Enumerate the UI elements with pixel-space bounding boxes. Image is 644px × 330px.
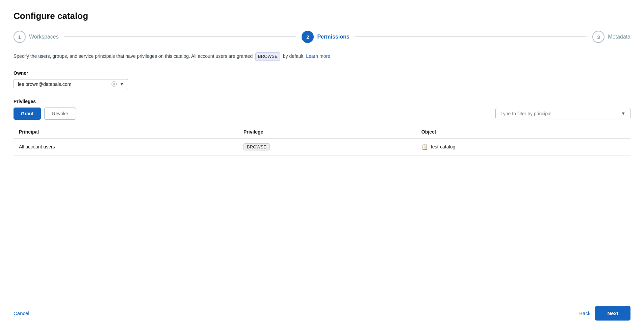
privilege-badge: BROWSE xyxy=(243,143,270,150)
privileges-toolbar: Grant Revoke ▼ xyxy=(14,108,630,120)
step-line-1 xyxy=(64,37,297,37)
cancel-button[interactable]: Cancel xyxy=(14,309,29,317)
owner-select[interactable]: lee.brown@datapals.com ⓧ ▼ xyxy=(14,79,128,89)
col-privilege: Privilege xyxy=(238,126,416,138)
revoke-button[interactable]: Revoke xyxy=(44,108,76,120)
toolbar-left: Grant Revoke xyxy=(14,108,76,120)
step-1-label: Workspaces xyxy=(29,34,59,40)
privileges-label: Privileges xyxy=(14,99,630,104)
back-button[interactable]: Back xyxy=(579,309,590,317)
step-3-label: Metadata xyxy=(608,34,630,40)
filter-input[interactable] xyxy=(500,111,621,116)
table-row: All account usersBROWSE📋test-catalog xyxy=(14,138,630,156)
next-button[interactable]: Next xyxy=(595,306,630,321)
cell-object: 📋test-catalog xyxy=(416,138,630,156)
step-2: 2 Permissions xyxy=(302,31,349,43)
col-principal: Principal xyxy=(14,126,238,138)
owner-label: Owner xyxy=(14,70,630,76)
page-title: Configure catalog xyxy=(14,11,630,21)
owner-chevron-icon[interactable]: ▼ xyxy=(120,81,124,87)
description-text-after: by default. xyxy=(283,53,305,59)
grant-button[interactable]: Grant xyxy=(14,108,41,120)
cell-principal: All account users xyxy=(14,138,238,156)
col-object: Object xyxy=(416,126,630,138)
learn-more-link[interactable]: Learn more xyxy=(306,53,330,59)
browse-badge-description: BROWSE xyxy=(255,52,280,61)
catalog-icon: 📋 xyxy=(421,144,428,150)
owner-value: lee.brown@datapals.com xyxy=(18,81,111,87)
owner-clear-icon[interactable]: ⓧ xyxy=(111,81,117,87)
footer: Cancel Back Next xyxy=(14,299,630,330)
filter-input-wrap[interactable]: ▼ xyxy=(495,108,630,119)
step-2-circle: 2 xyxy=(302,31,314,43)
description-text-before: Specify the users, groups, and service p… xyxy=(14,53,253,59)
privileges-table: Principal Privilege Object All account u… xyxy=(14,126,630,156)
privileges-section: Privileges Grant Revoke ▼ Principal Priv… xyxy=(14,99,630,156)
cell-privilege: BROWSE xyxy=(238,138,416,156)
stepper: 1 Workspaces 2 Permissions 3 Metadata xyxy=(14,31,630,43)
table-header: Principal Privilege Object xyxy=(14,126,630,138)
object-cell: 📋test-catalog xyxy=(421,144,625,150)
step-line-2 xyxy=(355,37,587,37)
object-name: test-catalog xyxy=(431,144,455,149)
filter-chevron-icon: ▼ xyxy=(621,111,625,116)
table-body: All account usersBROWSE📋test-catalog xyxy=(14,138,630,156)
step-1-circle: 1 xyxy=(14,31,26,43)
footer-right: Back Next xyxy=(579,306,630,321)
description: Specify the users, groups, and service p… xyxy=(14,52,630,61)
step-2-label: Permissions xyxy=(317,34,349,40)
step-1: 1 Workspaces xyxy=(14,31,59,43)
step-3: 3 Metadata xyxy=(592,31,630,43)
step-3-circle: 3 xyxy=(592,31,604,43)
